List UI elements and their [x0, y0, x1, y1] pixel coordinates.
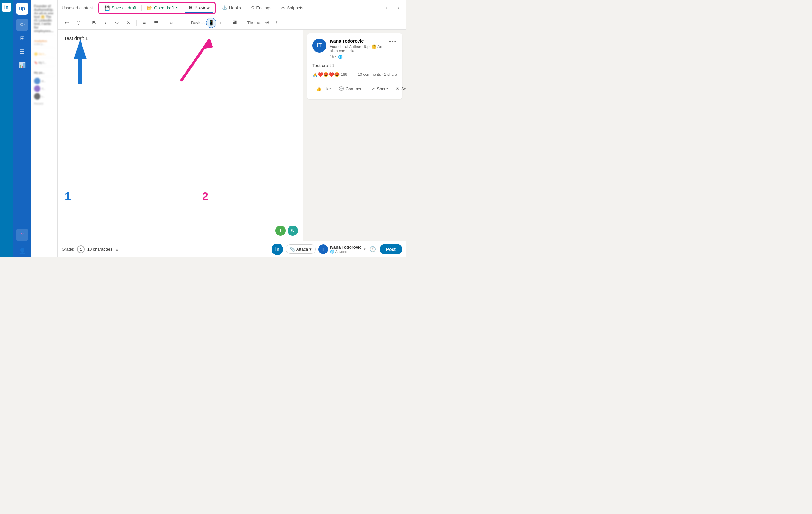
device-label: Device:	[191, 20, 205, 25]
send-button[interactable]: ✉ Send	[392, 84, 406, 94]
left-panel: Founder of AuthoredUp. An all-in one too…	[31, 0, 58, 257]
grade-badge: 1	[77, 245, 85, 253]
code-button[interactable]: <>	[112, 18, 122, 28]
save-icon: 💾	[104, 5, 110, 10]
card-header: IT Ivana Todorovic Founder of AuthoredUp…	[312, 38, 397, 59]
phone-device-button[interactable]: 📱	[206, 18, 216, 28]
sidebar-item-help[interactable]: ?	[16, 229, 28, 241]
attach-button[interactable]: 📎 Attach ▾	[286, 244, 316, 254]
clear-format-button[interactable]: ✕	[123, 18, 134, 28]
endings-button[interactable]: Ω Endings	[248, 3, 276, 12]
hooks-button[interactable]: ⚓ Hooks	[218, 3, 245, 12]
annotation-1: 1	[65, 190, 71, 202]
endings-icon: Ω	[251, 5, 255, 10]
snippets-icon: ✂	[282, 5, 285, 10]
expand-button[interactable]: ▲	[115, 247, 119, 251]
avatar: IT	[312, 38, 326, 53]
schedule-button[interactable]: 🕐	[368, 245, 377, 254]
device-controls: Device: 📱 ▭ 🖥	[191, 18, 239, 28]
card-actions: 👍 Like 💬 Comment ↗ Share ✉ Send	[312, 83, 397, 94]
linkedin-post-icon: in	[271, 244, 283, 255]
toolbar-separator-3	[164, 20, 164, 26]
card-post-content: Test draft 1	[312, 63, 397, 68]
post-button[interactable]: Post	[380, 244, 402, 254]
attach-icon: 📎	[290, 247, 295, 251]
editor-content[interactable]: Test draft 1	[64, 35, 296, 42]
save-draft-button[interactable]: 💾 Save as draft	[100, 3, 140, 12]
open-draft-button[interactable]: 📂 Open draft ▾	[143, 3, 181, 12]
toolbar-separator-1	[86, 20, 86, 26]
topbar: Unsaved content 💾 Save as draft 📂 Open d…	[58, 0, 406, 16]
dark-theme-button[interactable]: ☾	[273, 18, 282, 27]
sidebar-item-user[interactable]: 👤	[16, 245, 28, 257]
main-area: Unsaved content 💾 Save as draft 📂 Open d…	[58, 0, 406, 257]
more-options-button[interactable]: •••	[389, 38, 397, 45]
linkedin-logo: in	[2, 3, 11, 11]
user-name: Ivana Todorovic	[330, 245, 362, 250]
share-button[interactable]: ↗ Share	[368, 84, 392, 94]
bold-button[interactable]: B	[89, 18, 99, 28]
comment-icon: 💬	[339, 86, 344, 91]
tablet-device-button[interactable]: ▭	[218, 18, 228, 28]
blue-arrow-annotation	[67, 39, 93, 90]
eraser-button[interactable]: ⬡	[73, 18, 83, 28]
like-icon: 👍	[316, 86, 321, 91]
content-area: Test draft 1 1 2 ⬆ ↻	[58, 30, 406, 241]
italic-button[interactable]: I	[100, 18, 111, 28]
preview-button[interactable]: 🖥 Preview	[184, 3, 213, 13]
editor-fab-area: ⬆ ↻	[276, 225, 298, 236]
fab-teal-button[interactable]: ↻	[288, 225, 298, 236]
card-reactions: 🙏❤️🤩❤️🤩 189 10 comments · 1 share	[312, 72, 397, 80]
back-button[interactable]: ←	[383, 3, 392, 12]
forward-button[interactable]: →	[393, 3, 402, 12]
card-stats: 10 comments · 1 share	[358, 72, 397, 77]
reaction-count: 189	[341, 72, 347, 77]
undo-button[interactable]: ↩	[62, 18, 72, 28]
sidebar-item-edit[interactable]: ✏	[16, 19, 28, 31]
draft-highlight-box: 💾 Save as draft 📂 Open draft ▾ 🖥 Preview	[98, 2, 216, 15]
reaction-emojis: 🙏❤️🤩❤️🤩	[312, 72, 340, 77]
app-logo: up	[16, 3, 28, 15]
bullet-list-button[interactable]: ≡	[139, 18, 150, 28]
card-time: 1h • 🌐	[329, 55, 386, 59]
author-name: Ivana Todorovic	[329, 38, 386, 44]
user-info-bottom[interactable]: IT Ivana Todorovic 🌐 Anyone ▾	[318, 244, 366, 254]
divider	[141, 5, 142, 11]
share-icon: ↗	[371, 86, 375, 91]
svg-rect-0	[78, 58, 82, 84]
theme-label: Theme:	[247, 20, 261, 25]
numbered-list-button[interactable]: ☰	[151, 18, 161, 28]
user-details: Ivana Todorovic 🌐 Anyone	[330, 245, 362, 254]
user-dropdown-icon: ▾	[364, 247, 366, 251]
desktop-device-button[interactable]: 🖥	[229, 18, 239, 28]
svg-marker-1	[74, 39, 87, 59]
fab-green-button[interactable]: ⬆	[276, 225, 286, 236]
app-sidebar: up ✏ ⊞ ☰ 📊 ? 👤	[13, 0, 31, 257]
comment-button[interactable]: 💬 Comment	[335, 84, 368, 94]
editor-pane[interactable]: Test draft 1 1 2 ⬆ ↻	[58, 30, 303, 241]
unsaved-label: Unsaved content	[62, 5, 93, 10]
linkedin-sidebar: in	[0, 0, 13, 257]
svg-line-2	[181, 39, 210, 81]
preview-icon: 🖥	[188, 5, 193, 10]
char-count: 10 characters	[87, 247, 113, 251]
emoji-button[interactable]: ☺	[167, 18, 177, 28]
sidebar-item-chart[interactable]: 📊	[16, 59, 28, 71]
bottom-right-controls: in 📎 Attach ▾ IT Ivana Todorovic 🌐 Anyon…	[271, 244, 402, 255]
sidebar-item-grid[interactable]: ⊞	[16, 32, 28, 44]
hooks-icon: ⚓	[222, 5, 227, 10]
like-button[interactable]: 👍 Like	[312, 84, 335, 94]
user-visibility: 🌐 Anyone	[330, 250, 362, 254]
dropdown-chevron-icon: ▾	[176, 6, 178, 10]
red-arrow-annotation	[175, 36, 220, 87]
dot-separator: •	[335, 55, 336, 59]
linkedin-preview-card: IT Ivana Todorovic Founder of AuthoredUp…	[307, 33, 402, 99]
annotation-2: 2	[202, 190, 208, 202]
toolbar: ↩ ⬡ B I <> ✕ ≡ ☰ ☺ Device: 📱 ▭ 🖥 Theme: …	[58, 16, 406, 30]
preview-pane: IT Ivana Todorovic Founder of AuthoredUp…	[303, 30, 406, 241]
grade-label: Grade:	[62, 247, 75, 251]
snippets-button[interactable]: ✂ Snippets	[278, 3, 307, 12]
light-theme-button[interactable]: ☀	[263, 18, 271, 27]
sidebar-item-layers[interactable]: ☰	[16, 46, 28, 58]
card-author-info: Ivana Todorovic Founder of AuthoredUp. 🤗…	[329, 38, 386, 59]
